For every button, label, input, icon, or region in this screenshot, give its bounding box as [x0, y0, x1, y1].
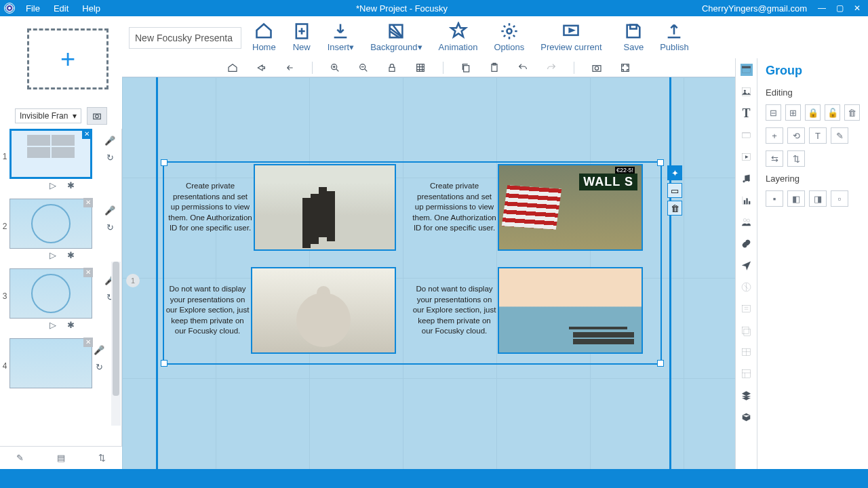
mic-icon[interactable]: 🎤: [94, 345, 104, 355]
edit-tool-icon[interactable]: ✎: [16, 453, 24, 463]
delete-slide-icon[interactable]: ✕: [83, 338, 93, 347]
mic-icon[interactable]: 🎤: [104, 136, 115, 146]
insert-table-icon[interactable]: [741, 346, 753, 358]
flip-v-button[interactable]: ⇅: [787, 150, 805, 167]
sel-tool-image-icon[interactable]: ▭: [667, 183, 682, 198]
delete-slide-icon[interactable]: ✕: [83, 198, 93, 207]
delete-button[interactable]: 🗑: [844, 104, 860, 121]
resize-handle[interactable]: [657, 360, 664, 367]
publish-button[interactable]: Publish: [652, 19, 697, 55]
delete-slide-icon[interactable]: ✕: [82, 129, 92, 139]
insert-video-icon[interactable]: [741, 150, 753, 163]
insert-music-icon[interactable]: [741, 172, 753, 184]
selection-box[interactable]: ✦ ▭ 🗑: [163, 161, 662, 365]
fullscreen-icon[interactable]: [619, 62, 631, 74]
time-icon[interactable]: ↻: [96, 362, 103, 372]
slide-scrollbar[interactable]: [111, 262, 121, 426]
resize-handle[interactable]: [161, 360, 167, 367]
lock-icon[interactable]: [386, 62, 398, 74]
time-icon[interactable]: ↻: [106, 152, 114, 163]
sel-tool-star-icon[interactable]: ✦: [667, 165, 682, 180]
lock-button[interactable]: 🔒: [805, 104, 821, 121]
text-style-button[interactable]: T: [809, 127, 827, 144]
insert-role-icon[interactable]: [741, 216, 753, 228]
slide-thumb-3[interactable]: ✕: [9, 268, 92, 319]
resize-handle[interactable]: [657, 159, 664, 166]
slide-thumb-2[interactable]: ✕: [9, 199, 92, 249]
gear-icon[interactable]: ✱: [67, 180, 75, 190]
preview-button[interactable]: Preview current: [532, 19, 610, 55]
flip-h-button[interactable]: ⇆: [766, 150, 783, 167]
list-tool-icon[interactable]: ▤: [57, 453, 65, 463]
add-frame-button[interactable]: +: [27, 28, 108, 89]
background-button[interactable]: Background▾: [362, 19, 430, 55]
ungroup-button[interactable]: ⊟: [766, 104, 781, 121]
play-icon[interactable]: ▷: [50, 320, 56, 330]
insert-text-icon[interactable]: T: [741, 107, 753, 119]
bring-front-button[interactable]: ▫: [831, 190, 848, 207]
home-button[interactable]: Home: [244, 19, 284, 55]
user-email[interactable]: CherryYingers@gmail.com: [696, 3, 812, 14]
maximize-button[interactable]: ▢: [831, 2, 848, 14]
undo-icon[interactable]: [517, 62, 529, 74]
insert-image-icon[interactable]: [741, 85, 753, 98]
insert-chart-icon[interactable]: [741, 194, 753, 206]
hotspot-marker[interactable]: 1: [126, 274, 140, 287]
play-icon[interactable]: ▷: [50, 250, 56, 260]
new-button[interactable]: New: [284, 19, 319, 55]
slide-thumb-1[interactable]: ✕: [9, 129, 92, 179]
group-button[interactable]: ⊞: [785, 104, 801, 121]
add-button[interactable]: +: [766, 127, 783, 144]
insert-symbol-icon[interactable]: [741, 281, 753, 293]
return-icon[interactable]: [283, 62, 296, 74]
zoom-in-icon[interactable]: [329, 62, 341, 74]
snapshot-button[interactable]: [87, 107, 107, 125]
insert-button[interactable]: Insert▾: [319, 19, 363, 55]
project-name-field[interactable]: New Focusky Presenta: [129, 27, 241, 49]
delete-slide-icon[interactable]: ✕: [83, 268, 93, 277]
send-backward-button[interactable]: ◧: [787, 190, 805, 207]
gear-icon[interactable]: ✱: [67, 250, 75, 260]
svg-rect-9: [463, 65, 469, 71]
insert-3d-icon[interactable]: [741, 411, 753, 423]
save-button[interactable]: Save: [616, 19, 652, 55]
canvas[interactable]: Create private presentations and set up …: [122, 77, 735, 469]
minimize-button[interactable]: —: [814, 2, 830, 14]
rotate-button[interactable]: ⟲: [787, 127, 805, 144]
animation-button[interactable]: Animation: [431, 19, 486, 55]
menu-file[interactable]: File: [19, 3, 47, 14]
bring-forward-button[interactable]: ◨: [809, 190, 827, 207]
format-painter-button[interactable]: ✎: [831, 127, 848, 144]
insert-layer-icon[interactable]: [741, 389, 753, 401]
menu-help[interactable]: Help: [75, 3, 107, 14]
share-icon[interactable]: [255, 62, 267, 74]
zoom-out-icon[interactable]: [357, 62, 370, 74]
options-button[interactable]: Options: [486, 19, 532, 55]
copy-icon[interactable]: [460, 62, 472, 74]
arrange-tool-icon[interactable]: ⇅: [98, 453, 106, 463]
grid-icon[interactable]: [414, 62, 427, 74]
play-icon[interactable]: ▷: [50, 180, 56, 190]
resize-handle[interactable]: [161, 159, 167, 166]
mic-icon[interactable]: 🎤: [104, 205, 115, 216]
insert-frame-icon[interactable]: [741, 64, 753, 76]
send-back-button[interactable]: ▪: [766, 190, 783, 207]
unlock-button[interactable]: 🔓: [825, 104, 840, 121]
insert-flash-icon[interactable]: [741, 324, 753, 336]
gear-icon[interactable]: ✱: [67, 320, 75, 330]
insert-layout-icon[interactable]: [741, 367, 753, 380]
redo-icon[interactable]: [545, 62, 557, 74]
paste-icon[interactable]: [488, 62, 500, 74]
insert-link-icon[interactable]: [741, 237, 753, 249]
insert-shape-icon[interactable]: [741, 129, 753, 141]
close-button[interactable]: ✕: [849, 2, 865, 14]
slide-thumb-4[interactable]: ✕: [9, 338, 92, 388]
sel-tool-delete-icon[interactable]: 🗑: [667, 201, 682, 216]
menu-edit[interactable]: Edit: [47, 3, 75, 14]
time-icon[interactable]: ↻: [106, 222, 114, 232]
camera-icon[interactable]: [591, 62, 603, 74]
insert-formula-icon[interactable]: [741, 302, 753, 314]
home-icon[interactable]: [226, 62, 239, 74]
insert-action-icon[interactable]: [741, 259, 753, 271]
frame-type-dropdown[interactable]: Invisible Fran▾: [15, 108, 81, 123]
